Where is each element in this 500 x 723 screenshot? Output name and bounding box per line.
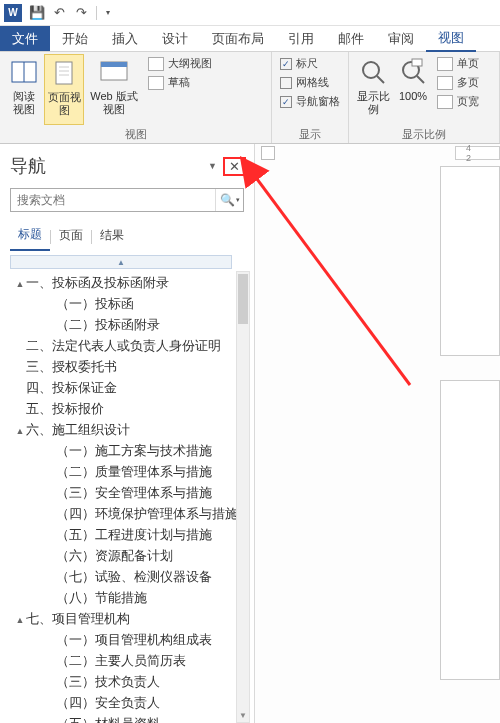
ruler-checkbox[interactable]: ✓标尺	[280, 56, 340, 71]
svg-line-11	[417, 76, 424, 83]
show-group-label: 显示	[276, 125, 344, 143]
nav-tree-node[interactable]: ▲（三）技术负责人	[8, 672, 254, 693]
nav-tab-headings[interactable]: 标题	[10, 222, 50, 251]
quick-access-toolbar: W 💾 ↶ ↷ ▾	[0, 0, 500, 26]
expand-icon[interactable]: ▲	[14, 615, 26, 625]
nav-tree-node[interactable]: ▲（二）质量管理体系与措施	[8, 462, 254, 483]
nav-tree-node[interactable]: ▲（三）安全管理体系与措施	[8, 483, 254, 504]
draft-view-button[interactable]: 草稿	[148, 75, 212, 90]
nav-scrollbar[interactable]: ▲ ▼	[236, 271, 250, 723]
nav-tree-node[interactable]: ▲（八）节能措施	[8, 588, 254, 609]
nav-tree-node[interactable]: ▲（四）安全负责人	[8, 693, 254, 714]
tab-layout[interactable]: 页面布局	[200, 26, 276, 51]
gridlines-checkbox[interactable]: 网格线	[280, 75, 340, 90]
nav-search-button[interactable]: 🔍▾	[215, 189, 243, 211]
tab-mailings[interactable]: 邮件	[326, 26, 376, 51]
hundred-button[interactable]: 100%	[393, 54, 433, 125]
nav-tree-node[interactable]: ▲七、项目管理机构	[8, 609, 254, 630]
nav-tree-node[interactable]: ▲三、授权委托书	[8, 357, 254, 378]
nav-tree-label: （五）材料员资料	[56, 716, 160, 723]
checkbox-icon: ✓	[280, 96, 292, 108]
tab-design[interactable]: 设计	[150, 26, 200, 51]
ruler-corner[interactable]	[261, 146, 275, 160]
tab-home[interactable]: 开始	[50, 26, 100, 51]
nav-search-input[interactable]	[11, 189, 215, 211]
outline-view-button[interactable]: 大纲视图	[148, 56, 212, 71]
scroll-down-icon[interactable]: ▼	[237, 708, 249, 722]
redo-icon[interactable]: ↷	[72, 4, 90, 22]
nav-tree-node[interactable]: ▲六、施工组织设计	[8, 420, 254, 441]
svg-rect-12	[412, 59, 422, 66]
nav-tree-label: （二）质量管理体系与措施	[56, 464, 212, 481]
nav-tree-label: （二）投标函附录	[56, 317, 160, 334]
page-width-button[interactable]: 页宽	[437, 94, 479, 109]
hundred-icon	[397, 56, 429, 88]
nav-close-button[interactable]: ✕	[226, 159, 243, 174]
nav-tree-label: 五、投标报价	[26, 401, 104, 418]
qat-dropdown-icon[interactable]: ▾	[99, 4, 117, 22]
tab-view[interactable]: 视图	[426, 26, 476, 52]
word-app-icon: W	[4, 4, 22, 22]
nav-options-dropdown-icon[interactable]: ▼	[208, 161, 217, 171]
nav-tab-results[interactable]: 结果	[92, 223, 132, 250]
nav-tree-node[interactable]: ▲四、投标保证金	[8, 378, 254, 399]
nav-tree-node[interactable]: ▲（二）投标函附录	[8, 315, 254, 336]
one-page-icon	[437, 57, 453, 71]
undo-icon[interactable]: ↶	[50, 4, 68, 22]
nav-tree-label: （七）试验、检测仪器设备	[56, 569, 212, 586]
web-view-label: Web 版式视图	[86, 90, 142, 116]
zoom-button[interactable]: 显示比例	[353, 54, 393, 125]
read-view-button[interactable]: 阅读 视图	[4, 54, 44, 125]
multi-page-button[interactable]: 多页	[437, 75, 479, 90]
one-page-button[interactable]: 单页	[437, 56, 479, 71]
nav-tree-node[interactable]: ▲（五）材料员资料	[8, 714, 254, 723]
expand-icon[interactable]: ▲	[14, 279, 26, 289]
nav-tree-node[interactable]: ▲（七）试验、检测仪器设备	[8, 567, 254, 588]
nav-tree-node[interactable]: ▲（一）项目管理机构组成表	[8, 630, 254, 651]
tab-review[interactable]: 审阅	[376, 26, 426, 51]
nav-tree-node[interactable]: ▲（一）投标函	[8, 294, 254, 315]
nav-tab-pages[interactable]: 页面	[51, 223, 91, 250]
gridlines-label: 网格线	[296, 75, 329, 90]
nav-tree-node[interactable]: ▲（五）工程进度计划与措施	[8, 525, 254, 546]
nav-tree-label: （八）节能措施	[56, 590, 147, 607]
nav-tree-node[interactable]: ▲（四）环境保护管理体系与措施	[8, 504, 254, 525]
svg-point-8	[363, 62, 379, 78]
nav-tree-node[interactable]: ▲二、法定代表人或负责人身份证明	[8, 336, 254, 357]
zoom-group-label: 显示比例	[353, 125, 495, 143]
tab-references[interactable]: 引用	[276, 26, 326, 51]
nav-tree-label: 二、法定代表人或负责人身份证明	[26, 338, 221, 355]
scroll-thumb[interactable]	[238, 274, 248, 324]
nav-tree-node[interactable]: ▲一、投标函及投标函附录	[8, 273, 254, 294]
web-view-button[interactable]: Web 版式视图	[84, 54, 144, 125]
nav-tree-label: （一）施工方案与技术措施	[56, 443, 212, 460]
horizontal-ruler[interactable]: 4 2	[455, 146, 500, 160]
tab-insert[interactable]: 插入	[100, 26, 150, 51]
page-preview[interactable]	[440, 380, 500, 680]
nav-tree-label: （二）主要人员简历表	[56, 653, 186, 670]
multi-page-label: 多页	[457, 75, 479, 90]
nav-tree-node[interactable]: ▲（一）施工方案与技术措施	[8, 441, 254, 462]
svg-rect-7	[101, 62, 127, 67]
navpane-checkbox[interactable]: ✓导航窗格	[280, 94, 340, 109]
qat-divider	[96, 6, 97, 20]
ribbon-group-show: ✓标尺 网格线 ✓导航窗格 显示	[272, 52, 349, 143]
nav-tree-node[interactable]: ▲五、投标报价	[8, 399, 254, 420]
ribbon: 阅读 视图 页面视图 Web 版式视图 大纲视图 草稿 视图	[0, 52, 500, 144]
page-preview[interactable]	[440, 166, 500, 356]
web-view-icon	[98, 56, 130, 88]
svg-line-9	[377, 76, 384, 83]
close-highlight-annotation: ✕	[223, 157, 246, 176]
page-view-button[interactable]: 页面视图	[44, 54, 84, 125]
tab-file[interactable]: 文件	[0, 26, 50, 51]
nav-tree-node[interactable]: ▲（二）主要人员简历表	[8, 651, 254, 672]
nav-collapse-bar[interactable]: ▲	[10, 255, 232, 269]
page-view-label: 页面视图	[47, 91, 81, 117]
save-icon[interactable]: 💾	[28, 4, 46, 22]
nav-tree: ▲一、投标函及投标函附录▲（一）投标函▲（二）投标函附录▲二、法定代表人或负责人…	[2, 271, 254, 723]
page-width-icon	[437, 95, 453, 109]
expand-icon[interactable]: ▲	[14, 426, 26, 436]
nav-tree-node[interactable]: ▲（六）资源配备计划	[8, 546, 254, 567]
ribbon-group-zoom: 显示比例 100% 单页 多页 页宽 显示比例	[349, 52, 500, 143]
checkbox-icon	[280, 77, 292, 89]
